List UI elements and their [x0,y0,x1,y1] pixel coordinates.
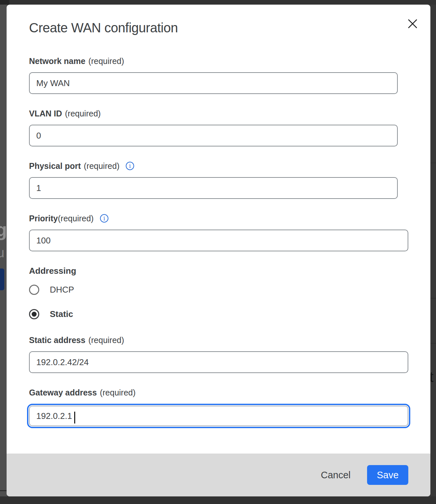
overlay-top-strip [0,0,436,5]
dialog-title: Create WAN configuration [29,20,430,36]
required-hint: (required) [88,335,124,345]
create-wan-dialog: Create WAN configuration Network name (r… [7,5,430,496]
radio-unselected-icon [29,285,39,295]
network-name-input[interactable] [29,72,398,94]
info-circle-icon: i [125,161,135,171]
overlay-topleft-patch [0,0,9,5]
addressing-heading: Addressing [29,266,430,276]
radio-selected-icon [29,309,39,319]
field-vlan-id: VLAN ID (required) [29,109,430,146]
field-static-address: Static address (required) [29,335,430,373]
network-name-label: Network name [29,56,85,66]
addressing-radio-group: DHCP Static [29,284,430,320]
radio-static-label: Static [50,309,73,319]
physical-port-label: Physical port [29,161,81,171]
required-hint: (required) [65,109,101,118]
overlay-left-strip: g u [0,5,7,504]
background-divider [0,490,7,491]
radio-dhcp-label: DHCP [50,285,74,295]
physical-port-info-icon[interactable]: i [125,161,135,171]
field-gateway-address: Gateway address (required) [29,388,430,428]
required-hint: (required) [84,161,119,171]
radio-option-dhcp[interactable]: DHCP [29,284,430,296]
dialog-footer: Cancel Save [7,454,430,496]
priority-input[interactable] [29,230,408,251]
physical-port-input[interactable] [29,177,398,199]
field-priority: Priority (required) i [29,213,430,251]
background-partial-button [0,268,4,290]
static-address-input[interactable] [29,351,408,373]
field-network-name: Network name (required) [29,56,430,94]
background-partial-text: u [0,245,4,260]
vlan-id-label: VLAN ID [29,109,62,118]
overlay-bottom-strip [0,496,436,504]
cancel-button[interactable]: Cancel [321,470,351,481]
background-partial-text: t [430,369,433,385]
priority-label: Priority [29,213,58,223]
required-hint: (required) [88,56,124,66]
background-divider [430,298,436,299]
overlay-right-strip: t [430,5,436,504]
field-physical-port: Physical port (required) i [29,161,430,199]
static-address-label: Static address [29,335,85,345]
radio-option-static[interactable]: Static [29,308,430,320]
gateway-address-label: Gateway address [29,388,97,397]
vlan-id-input[interactable] [29,125,398,146]
svg-text:i: i [129,163,131,169]
save-button[interactable]: Save [367,465,408,485]
background-divider [430,343,436,344]
background-partial-text: g [0,218,7,240]
text-cursor [74,412,75,424]
close-icon[interactable] [406,17,419,30]
svg-text:i: i [103,215,105,222]
priority-info-icon[interactable]: i [100,214,109,223]
dialog-body: Network name (required) VLAN ID (require… [7,36,430,428]
gateway-focus-ring [27,404,410,428]
background-divider [430,163,436,163]
gateway-address-input[interactable] [29,406,408,426]
x-close-icon [408,19,418,29]
required-hint: (required) [100,388,136,397]
info-circle-icon: i [100,214,109,223]
required-hint: (required) [58,213,94,223]
